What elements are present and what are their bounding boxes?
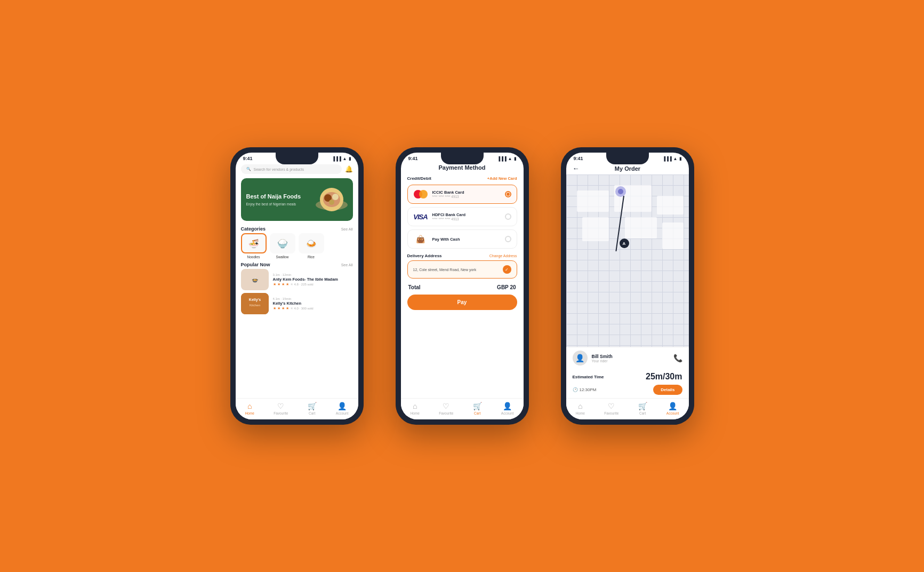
restaurant-item-1[interactable]: 🍲 3.1m · 12min Anty Kem Foods- The Ibile… (241, 269, 353, 290)
visa-text: VISA (413, 213, 427, 221)
home-icon-2: ⌂ (413, 402, 417, 410)
phone-2: 9:41 ▐▐▐ ▲ ▮ Payment Method Credit/Debit… (396, 147, 529, 425)
phone-call-icon[interactable]: 📞 (673, 354, 682, 362)
star-1: ★ (273, 282, 276, 287)
rating-value-1: 4.8 · 225 sold (294, 283, 314, 286)
category-rice[interactable]: 🍛 Rice (299, 233, 324, 259)
cart-icon-3: 🛒 (638, 402, 647, 410)
credit-label: Credit/Debit (407, 176, 431, 181)
category-swallow[interactable]: 🍚 Swallow (270, 233, 295, 259)
rider-info: 👤 Bill Smith Your rider 📞 (566, 347, 689, 369)
total-label: Total (408, 284, 421, 290)
popular-title: Popular Now (241, 262, 270, 267)
hero-image (313, 181, 350, 218)
restaurant-img-1: 🍲 (241, 269, 269, 290)
star-k4: ★ (286, 306, 289, 311)
pay-button[interactable]: Pay (407, 295, 517, 310)
rider-dot: A (620, 239, 629, 248)
star-2: ★ (277, 282, 280, 287)
search-icon: 🔍 (246, 167, 251, 171)
home-label-2: Home (411, 411, 420, 415)
restaurant-item-2[interactable]: Kelly's Kitchen 4.1m · 15min Kelly's Kit… (241, 293, 353, 314)
nav-account-2[interactable]: 👤 Account (501, 402, 514, 415)
restaurant-img-2: Kelly's Kitchen (241, 293, 269, 314)
star-k5: ★ (290, 306, 293, 311)
cart-icon-1: 🛒 (308, 402, 317, 410)
delivery-label: Delivery Address (407, 253, 442, 258)
cart-label-3: Cart (639, 411, 646, 415)
radio-inner-mc (507, 193, 510, 196)
status-time-3: 9:41 (574, 156, 583, 161)
nav-favourite-1[interactable]: ♡ Favourite (274, 402, 288, 415)
nav-cart-2[interactable]: 🛒 Cart (473, 402, 482, 415)
cash-option[interactable]: 👜 Pay With Cash (407, 229, 517, 249)
nav-home-2[interactable]: ⌂ Home (411, 402, 420, 415)
map-area: A (566, 174, 689, 347)
restaurant-name-1: Anty Kem Foods- The Ibile Madam (273, 277, 353, 282)
account-label-3: Account (666, 411, 679, 415)
categories-see-all[interactable]: See All (341, 227, 353, 231)
signal-icon-2: ▐▐▐ (497, 156, 507, 161)
wifi-icon-3: ▲ (673, 156, 678, 161)
bottom-nav-3: ⌂ Home ♡ Favourite 🛒 Cart 👤 Account (566, 398, 689, 419)
svg-point-5 (329, 200, 334, 205)
nav-home-1[interactable]: ⌂ Home (245, 402, 254, 415)
card-name-mc: ICCIC Bank Card (432, 190, 501, 195)
battery-icon-1: ▮ (349, 156, 351, 161)
nav-favourite-2[interactable]: ♡ Favourite (439, 402, 453, 415)
battery-icon-2: ▮ (514, 156, 516, 161)
clock-icon: 🕐 (573, 387, 578, 392)
phone1-content: 🔍 Search for vendors & products 🔔 Best o… (236, 162, 358, 398)
account-label-2: Account (501, 411, 514, 415)
search-input-wrap[interactable]: 🔍 Search for vendors & products (241, 164, 342, 174)
nav-home-3[interactable]: ⌂ Home (576, 402, 585, 415)
phone-2-screen: 9:41 ▐▐▐ ▲ ▮ Payment Method Credit/Debit… (401, 153, 524, 419)
battery-icon-3: ▮ (679, 156, 681, 161)
change-address[interactable]: Change Address (489, 254, 517, 258)
rider-name-info: Bill Smith Your rider (592, 354, 669, 363)
est-time: 25m/30m (646, 372, 682, 382)
category-noodles[interactable]: 🍜 Noodles (241, 233, 267, 259)
favourite-icon-3: ♡ (608, 402, 615, 410)
restaurant-name-2: Kelly's Kitchen (273, 301, 353, 306)
restaurant-meta-1: 3.1m · 12min (273, 273, 353, 276)
card-number-mc: **** **** **** 4913 (432, 195, 501, 198)
road-block-6 (662, 223, 684, 249)
nav-cart-3[interactable]: 🛒 Cart (638, 402, 647, 415)
phone2-content: Payment Method Credit/Debit +Add New Car… (401, 162, 524, 398)
est-time-row: Estimated Time 25m/30m (573, 372, 682, 382)
hero-banner: Best of Naija Foods Enjoy the best of Ni… (241, 178, 353, 221)
home-icon-3: ⌂ (578, 402, 582, 410)
card-option-visa[interactable]: VISA HDFCI Bank Card **** **** **** 4913 (407, 207, 517, 226)
popular-header: Popular Now See All (236, 259, 358, 269)
star-k2: ★ (277, 306, 280, 311)
phone-1-screen: 9:41 ▐▐▐ ▲ ▮ 🔍 Search for vendors & prod… (236, 153, 358, 419)
popular-see-all[interactable]: See All (341, 263, 353, 267)
destination-dot (615, 186, 626, 197)
card-option-mastercard[interactable]: ICCIC Bank Card **** **** **** 4913 (407, 185, 517, 204)
card-name-visa: HDFCI Bank Card (432, 212, 501, 217)
nav-cart-1[interactable]: 🛒 Cart (308, 402, 317, 415)
star-3: ★ (282, 282, 285, 287)
svg-text:Kitchen: Kitchen (249, 304, 260, 307)
cart-label-1: Cart (309, 411, 315, 415)
rider-avatar: 👤 (573, 351, 588, 366)
notch-2 (441, 153, 484, 164)
back-arrow[interactable]: ← (573, 164, 580, 172)
add-card-link[interactable]: +Add New Card (487, 176, 517, 181)
restaurant-rating-2: ★ ★ ★ ★ ★ 4.0 · 300 sold (273, 306, 353, 311)
nav-favourite-3[interactable]: ♡ Favourite (604, 402, 618, 415)
bell-icon[interactable]: 🔔 (345, 165, 353, 173)
nav-account-3[interactable]: 👤 Account (666, 402, 679, 415)
mc-right (419, 190, 428, 198)
signal-icon-3: ▐▐▐ (663, 156, 672, 161)
restaurant-info-1: 3.1m · 12min Anty Kem Foods- The Ibile M… (273, 273, 353, 287)
details-button[interactable]: Details (653, 385, 682, 395)
account-label-1: Account (336, 411, 349, 415)
nav-account-1[interactable]: 👤 Account (336, 402, 349, 415)
hero-text: Best of Naija Foods Enjoy the best of Ni… (246, 193, 301, 205)
time-badge: 🕐 12:30PM (573, 387, 597, 392)
phone-3-screen: 9:41 ▐▐▐ ▲ ▮ ← My Order (566, 153, 689, 419)
category-rice-img: 🍛 (299, 233, 324, 253)
cart-label-2: Cart (474, 411, 480, 415)
